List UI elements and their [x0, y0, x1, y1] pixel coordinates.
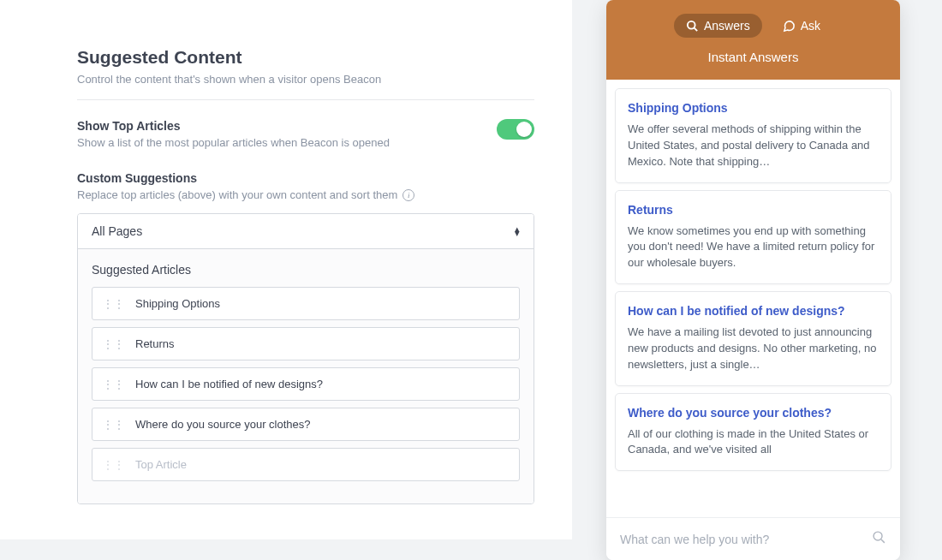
- custom-desc-text: Replace top articles (above) with your o…: [77, 188, 397, 201]
- search-icon[interactable]: [872, 530, 886, 548]
- answer-card[interactable]: Shipping Options We offer several method…: [615, 88, 891, 183]
- answer-card[interactable]: How can I be notified of new designs? We…: [615, 291, 891, 386]
- svg-line-1: [695, 27, 697, 30]
- tab-answers[interactable]: Answers: [674, 14, 762, 38]
- show-top-toggle[interactable]: [497, 119, 534, 140]
- show-top-desc: Show a list of the most popular articles…: [77, 136, 390, 149]
- pages-select-label: All Pages: [92, 224, 142, 238]
- tab-answers-label: Answers: [704, 19, 750, 33]
- chat-icon: [783, 20, 796, 33]
- answer-excerpt: We have a mailing list devoted to just a…: [628, 325, 879, 373]
- answer-title: Returns: [628, 203, 879, 217]
- svg-point-2: [873, 532, 882, 540]
- search-icon: [686, 20, 699, 33]
- toggle-knob: [516, 122, 532, 137]
- pages-select-header[interactable]: All Pages ▴▾: [78, 214, 534, 249]
- article-label: How can I be notified of new designs?: [135, 378, 323, 390]
- beacon-search-bar: [606, 517, 900, 560]
- beacon-body[interactable]: Shipping Options We offer several method…: [606, 80, 900, 517]
- custom-desc: Replace top articles (above) with your o…: [77, 188, 534, 201]
- suggested-article-item[interactable]: ⋮⋮ Returns: [92, 327, 520, 360]
- drag-handle-icon: ⋮⋮: [103, 459, 125, 471]
- article-label: Where do you source your clothes?: [135, 418, 311, 431]
- drag-handle-icon[interactable]: ⋮⋮: [103, 338, 125, 350]
- suggested-article-item[interactable]: ⋮⋮ How can I be notified of new designs?: [92, 367, 520, 401]
- beacon-header-title: Instant Answers: [620, 50, 886, 64]
- answer-card[interactable]: Where do you source your clothes? All of…: [615, 393, 891, 472]
- beacon-tabs: Answers Ask: [620, 14, 886, 38]
- drag-handle-icon[interactable]: ⋮⋮: [103, 378, 125, 390]
- page-subtitle: Control the content that's shown when a …: [77, 73, 534, 100]
- answer-card[interactable]: Returns We know sometimes you end up wit…: [615, 190, 891, 285]
- suggested-articles-body: Suggested Articles ⋮⋮ Shipping Options ⋮…: [78, 249, 534, 503]
- tab-ask-label: Ask: [801, 19, 820, 33]
- beacon-search-input[interactable]: [620, 533, 872, 546]
- drag-handle-icon[interactable]: ⋮⋮: [103, 298, 125, 310]
- drag-handle-icon[interactable]: ⋮⋮: [103, 419, 125, 431]
- answer-title: Shipping Options: [628, 101, 879, 115]
- page-title: Suggested Content: [77, 47, 534, 68]
- show-top-articles-row: Show Top Articles Show a list of the mos…: [77, 119, 534, 149]
- custom-title: Custom Suggestions: [77, 171, 534, 185]
- settings-panel: Suggested Content Control the content th…: [0, 0, 574, 539]
- suggested-article-item[interactable]: ⋮⋮ Where do you source your clothes?: [92, 408, 520, 441]
- suggested-article-item[interactable]: ⋮⋮ Shipping Options: [92, 287, 520, 320]
- suggested-article-placeholder[interactable]: ⋮⋮ Top Article: [92, 448, 520, 481]
- beacon-window: Answers Ask Instant Answers Shipping Opt…: [606, 0, 900, 560]
- article-label: Shipping Options: [135, 297, 220, 310]
- show-top-title: Show Top Articles: [77, 119, 390, 133]
- suggested-articles-title: Suggested Articles: [92, 263, 520, 277]
- tab-ask[interactable]: Ask: [771, 14, 832, 38]
- svg-point-0: [688, 21, 695, 28]
- svg-line-3: [881, 539, 885, 543]
- info-icon[interactable]: i: [402, 189, 414, 201]
- article-placeholder-label: Top Article: [135, 458, 187, 471]
- show-top-text: Show Top Articles Show a list of the mos…: [77, 119, 390, 149]
- answer-title: Where do you source your clothes?: [628, 406, 879, 420]
- beacon-preview-panel: Answers Ask Instant Answers Shipping Opt…: [606, 0, 940, 560]
- answer-excerpt: We offer several methods of shipping wit…: [628, 122, 879, 170]
- custom-suggestions-block: Custom Suggestions Replace top articles …: [77, 171, 534, 504]
- answer-title: How can I be notified of new designs?: [628, 304, 879, 318]
- sort-icon: ▴▾: [515, 227, 520, 236]
- beacon-header: Answers Ask Instant Answers: [606, 0, 900, 80]
- answer-excerpt: We know sometimes you end up with someth…: [628, 223, 879, 272]
- pages-select: All Pages ▴▾ Suggested Articles ⋮⋮ Shipp…: [77, 213, 534, 504]
- article-label: Returns: [135, 337, 175, 350]
- answer-excerpt: All of our clothing is made in the Unite…: [628, 426, 879, 459]
